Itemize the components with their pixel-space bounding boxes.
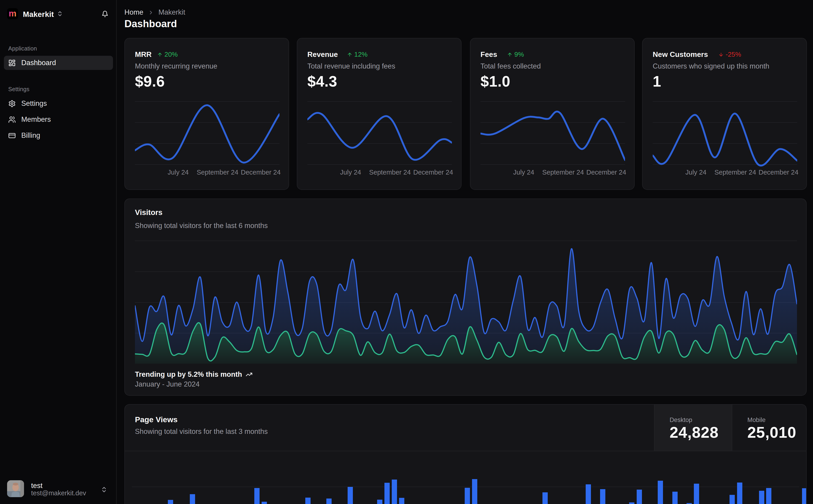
svg-text:m: m: [9, 9, 16, 18]
